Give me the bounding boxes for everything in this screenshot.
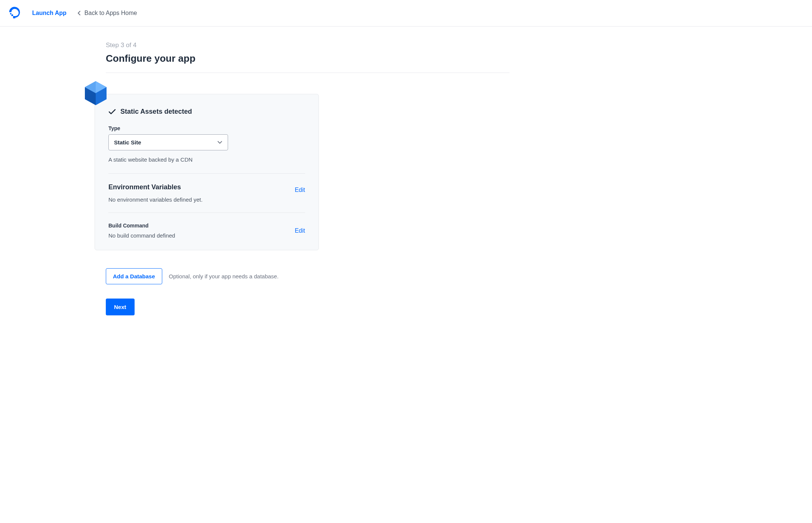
detected-row: Static Assets detected [108,108,305,116]
page-content: Step 3 of 4 Configure your app [106,27,510,315]
divider [108,212,305,213]
card-wrap: Static Assets detected Type Static Site … [106,94,510,250]
launch-app-link[interactable]: Launch App [32,10,67,16]
svg-rect-2 [10,13,12,15]
type-select[interactable]: Static Site [108,134,228,150]
divider [108,173,305,174]
page-title: Configure your app [106,53,510,64]
topbar: Launch App Back to Apps Home [0,0,812,27]
build-edit-link[interactable]: Edit [295,227,305,234]
title-divider [106,73,510,73]
next-button[interactable]: Next [106,299,135,315]
env-body: No environment variables defined yet. [108,196,305,203]
back-link-label: Back to Apps Home [84,10,137,16]
type-label: Type [108,125,305,131]
check-icon [108,109,116,115]
chevron-down-icon [217,141,222,144]
build-title: Build Command [108,223,295,229]
static-assets-hexagon-icon [83,80,108,108]
type-select-value: Static Site [114,139,141,146]
env-title: Environment Variables [108,183,181,191]
env-edit-link[interactable]: Edit [295,187,305,193]
svg-rect-0 [13,16,15,18]
env-row: Environment Variables Edit [108,183,305,196]
build-row: Build Command No build command defined E… [108,223,305,239]
digitalocean-logo-icon[interactable] [9,7,22,19]
step-indicator: Step 3 of 4 [106,42,510,49]
svg-rect-1 [12,15,13,16]
config-card: Static Assets detected Type Static Site … [95,94,319,250]
chevron-left-icon [77,10,81,16]
type-helper-text: A static website backed by a CDN [108,156,305,163]
build-body: No build command defined [108,232,295,239]
db-hint: Optional, only if your app needs a datab… [169,273,279,279]
db-row: Add a Database Optional, only if your ap… [106,268,510,284]
detected-label: Static Assets detected [120,108,192,116]
back-link[interactable]: Back to Apps Home [77,10,137,16]
add-database-button[interactable]: Add a Database [106,268,162,284]
